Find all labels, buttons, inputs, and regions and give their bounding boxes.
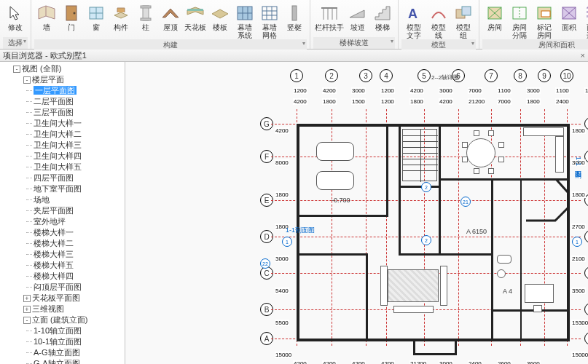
dimension-text: 21200	[409, 360, 427, 364]
tree-item[interactable]: 10-1轴立面图	[34, 336, 125, 347]
project-tree[interactable]: -视图 (全部) -楼层平面 一层平面图二层平面图三层平面图卫生间大样一卫生间大…	[0, 62, 125, 364]
room-sep-button[interactable]: 房间 分隔	[507, 1, 532, 39]
model-group-button[interactable]: 模型 组	[451, 1, 476, 39]
grid-bubble[interactable]: 9	[538, 69, 551, 82]
dimension-text: 1800	[409, 98, 424, 105]
section-mark[interactable]: 22	[260, 258, 270, 269]
door-icon	[60, 3, 82, 23]
grid-bubble[interactable]: 3	[359, 69, 372, 82]
roof-button[interactable]: 屋顶	[158, 1, 183, 39]
grid-bubble[interactable]: C	[584, 266, 588, 280]
section-mark[interactable]: 1	[572, 237, 582, 247]
door-button[interactable]: 门	[59, 1, 84, 39]
tree-item[interactable]: A-G轴立面图	[34, 347, 125, 358]
window-icon	[85, 3, 107, 23]
railing-icon	[318, 3, 340, 23]
chair	[533, 305, 542, 312]
round-table	[466, 138, 495, 167]
twisty-icon[interactable]: -	[23, 76, 31, 84]
tree-3d-views[interactable]: +三维视图	[23, 304, 125, 314]
ramp-button[interactable]: 坡道	[345, 1, 370, 37]
twisty-icon[interactable]: -	[23, 317, 31, 324]
curtain-system-button[interactable]: 幕墙 系统	[232, 1, 257, 39]
sofa	[393, 306, 434, 313]
tree-item[interactable]: 卫生间大样一	[34, 118, 125, 129]
tree-item[interactable]: 1-10轴立面图	[34, 325, 125, 336]
dimension-text: 3000	[439, 87, 453, 94]
ribbon-group-circulation: 栏杆扶手 坡道 楼梯 楼梯坡道	[310, 0, 399, 49]
tree-item[interactable]: 楼梯大样五	[34, 260, 125, 271]
tree-root[interactable]: -视图 (全部) -楼层平面 一层平面图二层平面图三层平面图卫生间大样一卫生间大…	[13, 63, 125, 364]
ceiling-button[interactable]: 天花板	[183, 1, 208, 39]
twisty-icon[interactable]: +	[23, 295, 31, 302]
section-mark[interactable]: 1	[282, 237, 292, 247]
wall-button[interactable]: 墙	[34, 1, 59, 39]
section-mark[interactable]: 2	[421, 182, 431, 192]
component-button[interactable]: 构件	[109, 1, 133, 39]
grid-bubble[interactable]: A	[584, 332, 588, 345]
tree-item[interactable]: 室外地坪	[34, 216, 125, 227]
close-icon[interactable]: ×	[581, 51, 585, 60]
grid-bubble[interactable]: 10	[560, 69, 573, 82]
tree-item[interactable]: 一层平面图	[34, 85, 125, 96]
room-button[interactable]: 房间	[482, 1, 507, 39]
dimension-text: 3000	[275, 256, 289, 262]
tree-item[interactable]: 卫生间大样四	[34, 151, 125, 162]
modify-button[interactable]: 修改	[3, 1, 28, 37]
room-dim-label: A 6150	[466, 228, 487, 235]
twisty-icon[interactable]: -	[13, 66, 20, 73]
curtain-grid-button[interactable]: 幕墙 网格	[257, 1, 282, 39]
grid-bubble[interactable]: B	[584, 303, 588, 316]
wall	[399, 186, 441, 188]
grid-bubble[interactable]: D	[584, 230, 588, 243]
tree-item[interactable]: 楼梯大样一	[34, 227, 125, 238]
area-boundary-button[interactable]: 面积 边界	[581, 1, 588, 39]
tree-floor-plans[interactable]: -楼层平面 一层平面图二层平面图三层平面图卫生间大样一卫生间大样二卫生间大样三卫…	[23, 74, 125, 293]
dimension-text: 3000	[439, 360, 453, 364]
area-button[interactable]: 面积	[557, 1, 581, 39]
twisty-icon[interactable]: +	[23, 306, 31, 313]
tree-item[interactable]: 楼梯大样二	[34, 238, 125, 249]
grid-bubble[interactable]: 5	[418, 69, 431, 82]
chair	[474, 130, 479, 136]
column-button[interactable]: 柱	[133, 1, 158, 39]
tree-item[interactable]: 楼梯大样四	[34, 271, 125, 282]
chair	[498, 142, 504, 148]
tree-item[interactable]: G-A轴立面图	[34, 358, 125, 364]
project-browser: -视图 (全部) -楼层平面 一层平面图二层平面图三层平面图卫生间大样一卫生间大…	[0, 62, 125, 364]
tag-room-button[interactable]: 标记 房间	[532, 1, 557, 39]
model-text-button[interactable]: A 模型 文字	[401, 1, 426, 39]
grid-bubble[interactable]: 4	[380, 69, 393, 82]
section-mark[interactable]: 2	[421, 235, 431, 245]
drawing-canvas[interactable]: 12345678910 12345678910 GFEDCBA GFEDCBA …	[125, 62, 588, 364]
stair-button[interactable]: 楼梯	[370, 1, 395, 37]
grid-bubble[interactable]: 1	[290, 69, 303, 82]
tree-ceiling-plans[interactable]: +天花板平面图	[23, 293, 125, 304]
grid-bubble[interactable]: 8	[514, 69, 527, 82]
tree-item[interactable]: 夹层平面图	[34, 205, 125, 216]
grid-bubble[interactable]: 2	[325, 69, 338, 82]
model-line-button[interactable]: 模型 线	[426, 1, 451, 39]
tree-item[interactable]: 闷顶层平面图	[34, 282, 125, 293]
tree-item[interactable]: 场地	[34, 194, 125, 205]
tree-elevations[interactable]: -立面 (建筑立面) 1-10轴立面图10-1轴立面图A-G轴立面图G-A轴立面…	[23, 314, 125, 364]
mullion-button[interactable]: 竖梃	[282, 1, 307, 39]
dimension-text: 2600	[497, 360, 511, 364]
tree-item[interactable]: 地下室平面图	[34, 183, 125, 194]
window-button[interactable]: 窗	[84, 1, 109, 39]
tree-item[interactable]: 楼梯大样三	[34, 249, 125, 260]
dimension-text: 15000	[275, 352, 292, 358]
tree-item[interactable]: 卫生间大样二	[34, 129, 125, 140]
tree-item[interactable]: 卫生间大样三	[34, 140, 125, 151]
tree-item[interactable]: 二层平面图	[34, 96, 125, 107]
grid-bubble[interactable]: 7	[485, 69, 498, 82]
roof-icon	[160, 3, 181, 23]
wall	[413, 339, 415, 355]
railing-button[interactable]: 栏杆扶手	[313, 1, 345, 37]
tree-item[interactable]: 卫生间大样五	[34, 162, 125, 173]
section-mark[interactable]: 21	[460, 197, 471, 207]
svg-rect-8	[187, 9, 203, 11]
tree-item[interactable]: 三层平面图	[34, 107, 125, 118]
floor-button[interactable]: 楼板	[208, 1, 232, 39]
tree-item[interactable]: 四层平面图	[34, 173, 125, 183]
